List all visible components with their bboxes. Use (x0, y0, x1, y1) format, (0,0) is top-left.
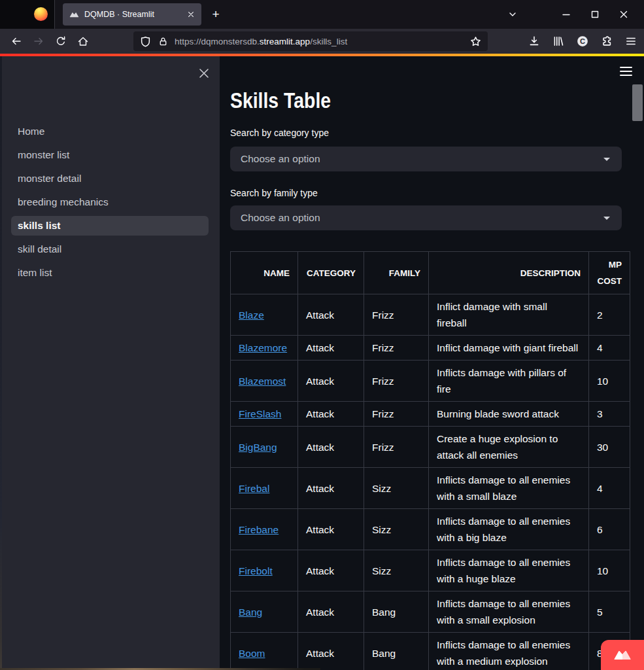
streamlit-crown-icon (613, 649, 632, 661)
table-row: FireboltAttackSizzInflicts damage to all… (231, 550, 630, 591)
category-cell: Attack (298, 633, 364, 670)
shield-icon[interactable] (140, 36, 151, 47)
sidebar-item-skill-detail[interactable]: skill detail (11, 239, 209, 259)
skill-link[interactable]: Blazemost (239, 376, 286, 387)
app-page: Homemonster listmonster detailbreeding m… (0, 56, 644, 670)
menu-hamburger-icon[interactable] (625, 35, 637, 47)
url-text: https://dqmonstersdb.streamlit.app/skill… (175, 37, 470, 46)
forward-button-icon[interactable] (33, 35, 44, 47)
name-cell: Blazemost (231, 361, 298, 402)
family-cell: Bang (364, 591, 429, 633)
page-title: Skills Table (230, 88, 331, 113)
name-cell: Blaze (231, 294, 298, 336)
mp-cost-cell: 10 (589, 361, 630, 402)
family-select[interactable]: Choose an option (230, 205, 622, 230)
family-cell: Frizz (364, 427, 429, 468)
description-cell: Inflicts damage to all enemies with a me… (429, 633, 589, 670)
skill-link[interactable]: Firebane (239, 524, 279, 535)
chevron-down-icon (507, 9, 518, 20)
name-cell: Bang (231, 591, 298, 633)
skills-table: NAMECATEGORYFAMILYDESCRIPTIONMP COST Bla… (230, 251, 630, 670)
extensions-puzzle-icon[interactable] (601, 35, 613, 47)
firefox-zone (0, 0, 55, 29)
bookmark-star-icon[interactable] (470, 36, 481, 47)
sidebar-item-Home[interactable]: Home (11, 122, 209, 141)
new-tab-button[interactable]: + (208, 7, 224, 22)
sidebar-item-monster-detail[interactable]: monster detail (11, 169, 209, 188)
description-cell: Inflicts damage to all enemies with a sm… (429, 591, 589, 633)
category-cell: Attack (298, 427, 364, 468)
column-header: CATEGORY (298, 252, 364, 294)
category-cell: Attack (298, 468, 364, 509)
skill-link[interactable]: Bang (239, 607, 262, 618)
browser-navbar: https://dqmonstersdb.streamlit.app/skill… (0, 29, 644, 54)
app-menu-icon[interactable] (620, 67, 632, 77)
maximize-icon (590, 9, 600, 20)
back-button-icon[interactable] (10, 35, 22, 47)
tab-close-icon[interactable] (187, 10, 195, 18)
table-row: BlazemostAttackFrizzInflicts damage with… (231, 361, 630, 402)
description-cell: Create a huge explosion to attack all en… (429, 427, 589, 468)
category-cell: Attack (298, 361, 364, 402)
downloads-icon[interactable] (528, 35, 540, 47)
filter-label-category: Search by category type (230, 128, 329, 138)
description-cell: Inflicts damage to all enemies with a bi… (429, 509, 589, 550)
skill-link[interactable]: Firebolt (239, 565, 273, 576)
table-row: BigBangAttackFrizzCreate a huge explosio… (231, 427, 630, 468)
family-cell: Sizz (364, 509, 429, 550)
skill-link[interactable]: BigBang (239, 442, 277, 453)
name-cell: Blazemore (231, 336, 298, 361)
skill-link[interactable]: Blazemore (239, 342, 287, 353)
sidebar-item-breeding-mechanics[interactable]: breeding mechanics (11, 192, 209, 212)
sidebar-close-icon[interactable] (195, 65, 212, 82)
streamlit-badge[interactable] (601, 640, 644, 670)
family-cell: Frizz (364, 294, 429, 336)
category-cell: Attack (298, 550, 364, 591)
mp-cost-cell: 2 (589, 294, 630, 336)
table-row: FireSlashAttackFrizzBurning blade sword … (231, 402, 630, 427)
name-cell: Boom (231, 633, 298, 670)
svg-text:C: C (580, 37, 585, 45)
reload-button-icon[interactable] (55, 35, 67, 47)
description-cell: Inflicts damage to all enemies with a sm… (429, 468, 589, 509)
sidebar-item-item-list[interactable]: item list (11, 263, 209, 283)
lock-icon[interactable] (158, 37, 168, 46)
family-select-value: Choose an option (241, 212, 603, 224)
minimize-icon (561, 9, 571, 20)
sidebar: Homemonster listmonster detailbreeding m… (0, 56, 220, 670)
sidebar-item-monster-list[interactable]: monster list (11, 145, 209, 165)
skill-link[interactable]: Firebal (239, 483, 269, 494)
family-cell: Bang (364, 633, 429, 670)
skill-link[interactable]: FireSlash (239, 408, 281, 419)
name-cell: BigBang (231, 427, 298, 468)
url-bar[interactable]: https://dqmonstersdb.streamlit.app/skill… (133, 31, 488, 51)
table-body: BlazeAttackFrizzInflict damage with smal… (231, 294, 630, 670)
description-cell: Inflict damage with small fireball (429, 294, 589, 336)
tab-list-button[interactable] (507, 0, 518, 29)
chevron-down-icon (603, 158, 610, 161)
category-cell: Attack (298, 336, 364, 361)
minimize-button[interactable] (561, 0, 571, 29)
table-row: FirebaneAttackSizzInflicts damage to all… (231, 509, 630, 550)
sidebar-item-skills-list[interactable]: skills list (11, 216, 209, 236)
browser-tab[interactable]: DQMDB · Streamlit (63, 3, 201, 26)
category-cell: Attack (298, 591, 364, 633)
column-header: MP COST (589, 252, 630, 294)
family-cell: Sizz (364, 550, 429, 591)
skill-link[interactable]: Boom (239, 648, 265, 659)
filter-label-family: Search by family type (230, 188, 318, 198)
mp-cost-cell: 6 (589, 509, 630, 550)
close-window-button[interactable] (619, 0, 629, 29)
chevron-down-icon (603, 217, 610, 220)
home-button-icon[interactable] (77, 35, 89, 47)
maximize-button[interactable] (590, 0, 600, 29)
tab-title: DQMDB · Streamlit (84, 10, 187, 19)
mp-cost-cell: 4 (589, 468, 630, 509)
skill-link[interactable]: Blaze (239, 309, 264, 321)
family-cell: Frizz (364, 361, 429, 402)
category-select[interactable]: Choose an option (230, 147, 622, 171)
scrollbar-thumb[interactable] (632, 84, 643, 121)
mp-cost-cell: 3 (589, 402, 630, 427)
extension-c-icon[interactable]: C (577, 35, 588, 47)
library-icon[interactable] (552, 35, 564, 47)
